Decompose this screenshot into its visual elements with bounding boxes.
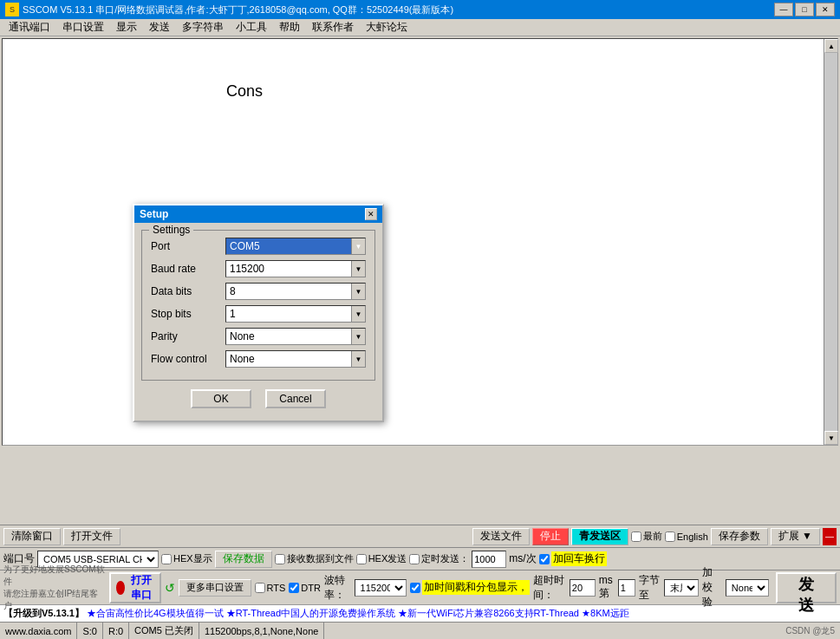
baudrate-select[interactable]: 115200 ▼: [225, 260, 366, 277]
timestamp-group: 加时间戳和分包显示，: [410, 580, 530, 595]
stopbits-select[interactable]: 1 ▼: [225, 305, 366, 323]
end-select[interactable]: 末尾: [664, 579, 699, 597]
parity-select[interactable]: None ▼: [225, 328, 366, 345]
databits-value: 8: [226, 285, 351, 297]
open-port-button[interactable]: 打开串口: [109, 572, 160, 603]
menu-forum[interactable]: 大虾论坛: [361, 19, 413, 36]
menu-tools[interactable]: 小工具: [231, 19, 272, 36]
menu-multistring[interactable]: 多字符串: [177, 19, 229, 36]
menu-display[interactable]: 显示: [111, 19, 142, 36]
baud-label-t3: 波特率：: [324, 573, 351, 603]
hex-send-checkbox[interactable]: [356, 554, 367, 564]
databits-label: Data bits: [151, 285, 220, 297]
setup-dialog: Setup ✕ Settings Port COM5 ▼ Baud rate: [133, 204, 384, 422]
newline-group: 加回车换行: [539, 551, 607, 566]
expand-button[interactable]: 扩展 ▼: [771, 528, 820, 545]
close-button[interactable]: ✕: [816, 3, 835, 16]
refresh-icon[interactable]: ↺: [165, 581, 175, 595]
timestamp-checkbox[interactable]: [410, 583, 420, 593]
main-scrollbar[interactable]: ▲ ▼: [824, 39, 837, 445]
ok-button[interactable]: OK: [191, 389, 251, 408]
dtr-checkbox[interactable]: [289, 583, 299, 593]
flowcontrol-select[interactable]: None ▼: [225, 350, 366, 368]
front-checkbox-group: 最前: [631, 530, 662, 543]
rts-label: RTS: [267, 583, 286, 593]
bottom-area: 清除窗口 打开文件 发送文件 停止 青发送区 最前 English 保存参数 扩…: [0, 525, 840, 639]
front-checkbox[interactable]: [631, 531, 641, 542]
menu-help[interactable]: 帮助: [274, 19, 305, 36]
menu-comm-port[interactable]: 通讯端口: [3, 19, 55, 36]
port-dropdown-arrow[interactable]: ▼: [351, 238, 365, 254]
dialog-close-button[interactable]: ✕: [365, 208, 377, 220]
scroll-track: [824, 53, 837, 431]
dtr-label: DTR: [301, 583, 321, 593]
parity-dropdown-arrow[interactable]: ▼: [351, 329, 365, 344]
send-button[interactable]: 发 送: [776, 572, 837, 603]
flowcontrol-row: Flow control None ▼: [151, 350, 366, 368]
open-file-button[interactable]: 打开文件: [63, 528, 120, 545]
hex-send-group: HEX发送: [356, 552, 407, 565]
recv-to-file-group: 接收数据到文件: [275, 552, 354, 565]
send-file-button[interactable]: 发送文件: [472, 528, 530, 545]
open-port-label: 打开串口: [128, 573, 154, 603]
timestamp-label: 加时间戳和分包显示，: [422, 580, 530, 595]
status-baud-config: 115200bps,8,1,None,None: [199, 623, 325, 639]
port-value: COM5: [226, 240, 351, 252]
scroll-up-button[interactable]: ▲: [824, 39, 838, 53]
status-bar: www.daxia.com S:0 R:0 COM5 已关闭 115200bps…: [0, 622, 840, 639]
menu-bar: 通讯端口 串口设置 显示 发送 多字符串 小工具 帮助 联系作者 大虾论坛: [0, 19, 840, 36]
clear-window-button[interactable]: 清除窗口: [3, 528, 61, 545]
hex-display-checkbox[interactable]: [161, 554, 172, 564]
recv-to-file-checkbox[interactable]: [275, 554, 285, 564]
baudrate-row: Baud rate 115200 ▼: [151, 260, 366, 277]
dialog-title-bar: Setup ✕: [134, 205, 382, 223]
minimize-button[interactable]: —: [774, 3, 793, 16]
more-serial-settings-button[interactable]: 更多串口设置: [179, 579, 251, 597]
databits-select[interactable]: 8 ▼: [225, 283, 366, 300]
status-s-count: S:0: [77, 623, 103, 639]
port-select[interactable]: COM5 ▼: [225, 238, 366, 255]
ticker-text: 【升级到V5.13.1】 ★合宙高性价比4G模块值得一试 ★RT-Thread中…: [3, 607, 629, 620]
newline-checkbox[interactable]: [539, 554, 550, 564]
checksum-select[interactable]: None: [726, 579, 769, 597]
hex-display-group: HEX显示: [161, 552, 212, 565]
stopbits-row: Stop bits 1 ▼: [151, 305, 366, 323]
hex-display-label: HEX显示: [173, 552, 212, 565]
stopbits-value: 1: [226, 308, 351, 320]
timeout-unit-t3: ms第: [599, 574, 615, 601]
databits-dropdown-arrow[interactable]: ▼: [351, 284, 365, 299]
maximize-button[interactable]: □: [795, 3, 814, 16]
timeout-label-t3: 超时时间：: [533, 573, 566, 603]
port-row: Port COM5 ▼: [151, 238, 366, 255]
stopbits-dropdown-arrow[interactable]: ▼: [351, 306, 365, 322]
timed-send-unit: ms/次: [509, 551, 536, 566]
rts-checkbox[interactable]: [255, 583, 265, 593]
menu-contact[interactable]: 联系作者: [307, 19, 359, 36]
status-website: www.daxia.com: [0, 623, 77, 639]
main-content-area: Cons ▲ ▼ Setup ✕ Settings Port COM5 ▼: [2, 38, 838, 446]
flowcontrol-dropdown-arrow[interactable]: ▼: [351, 351, 365, 367]
byte-num-input[interactable]: [618, 579, 635, 597]
cancel-button[interactable]: Cancel: [265, 389, 326, 408]
timeout-input[interactable]: [570, 579, 596, 597]
baudrate-dropdown-arrow[interactable]: ▼: [351, 261, 365, 277]
stop-button[interactable]: 停止: [532, 528, 569, 545]
settings-group: Settings Port COM5 ▼ Baud rate 115200 ▼: [141, 230, 375, 381]
timed-send-interval-input[interactable]: [472, 551, 506, 568]
close-toolbar-button[interactable]: —: [823, 528, 837, 545]
timed-send-checkbox[interactable]: [409, 554, 420, 564]
toolbar-row3: 为了更好地发展SSCOM软件 请您注册嘉立创IP结尾客户 打开串口 ↺ 更多串口…: [0, 570, 840, 604]
menu-send[interactable]: 发送: [144, 19, 175, 36]
hex-send-label: HEX发送: [368, 552, 407, 565]
status-r-count: R:0: [103, 623, 129, 639]
save-data-button[interactable]: 保存数据: [215, 551, 272, 568]
parity-value: None: [226, 330, 351, 342]
scroll-down-button[interactable]: ▼: [824, 431, 838, 445]
baud-select-t3[interactable]: 115200: [355, 579, 407, 597]
timed-send-label: 定时发送：: [421, 552, 469, 565]
save-param-button[interactable]: 保存参数: [711, 528, 768, 545]
english-checkbox[interactable]: [665, 531, 675, 542]
fast-send-button[interactable]: 青发送区: [571, 528, 628, 545]
left-info-line1: 为了更好地发展SSCOM软件: [3, 564, 106, 588]
menu-serial-settings[interactable]: 串口设置: [57, 19, 109, 36]
